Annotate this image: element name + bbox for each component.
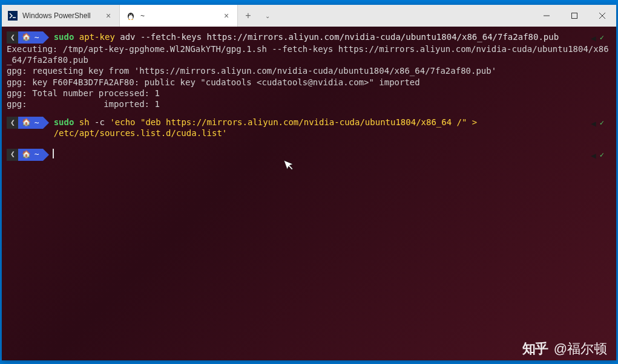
tab-title: ~ [140, 11, 217, 20]
output-line: gpg: Total number processed: 1 [7, 88, 611, 99]
check-icon: ✓ [600, 119, 604, 128]
tab-strip: Windows PowerShell × ~ × + ⌄ [2, 5, 533, 27]
tab-dropdown[interactable]: ⌄ [258, 5, 277, 27]
prompt-arrow: ❮ [7, 31, 19, 44]
prompt-badge: ❮ 🏠 ~ [7, 149, 49, 161]
close-button[interactable] [588, 5, 616, 27]
close-icon[interactable]: × [222, 11, 231, 21]
prompt-line: ❮ 🏠 ~ ◀ ✓ [7, 149, 611, 161]
svg-rect-6 [572, 13, 577, 19]
text-cursor [53, 149, 54, 158]
tab-linux[interactable]: ~ × [120, 5, 238, 27]
command-text: sudo apt-key adv --fetch-keys https://mi… [54, 31, 611, 42]
svg-point-4 [131, 14, 133, 15]
prompt-path: ~ [35, 33, 39, 43]
watermark: 知乎 @福尔顿 [522, 340, 607, 358]
watermark-author: @福尔顿 [554, 340, 607, 358]
arrow-left-icon: ◀ [591, 118, 596, 129]
new-tab-button[interactable]: + [238, 5, 258, 27]
output-line: Executing: /tmp/apt-key-gpghome.Wl2NGakY… [7, 44, 611, 65]
prompt-arrow: ❮ [7, 117, 19, 129]
output-line: gpg: imported: 1 [7, 99, 611, 109]
terminal-window: Windows PowerShell × ~ × + ⌄ [2, 5, 616, 360]
window-controls [533, 5, 616, 27]
home-icon: 🏠 [22, 150, 31, 160]
prompt-arrow-end [43, 31, 49, 44]
plus-icon: + [245, 10, 251, 21]
zhihu-logo: 知乎 [522, 340, 548, 358]
maximize-button[interactable] [560, 5, 588, 27]
prompt-line: ❮ 🏠 ~ sudo sh -c 'echo "deb https://mirr… [7, 117, 611, 138]
prompt-path: ~ [35, 149, 39, 160]
prompt-badge: ❮ 🏠 ~ [7, 31, 49, 44]
prompt-home: 🏠 ~ [18, 149, 43, 161]
close-icon[interactable]: × [104, 11, 113, 21]
home-icon: 🏠 [22, 118, 31, 128]
command-text: sudo sh -c 'echo "deb https://mirrors.al… [54, 117, 611, 138]
powershell-icon [8, 11, 18, 21]
prompt-home: 🏠 ~ [18, 31, 43, 44]
prompt-arrow-end [43, 149, 49, 161]
terminal-body[interactable]: ❮ 🏠 ~ sudo apt-key adv --fetch-keys http… [2, 27, 616, 360]
tab-powershell[interactable]: Windows PowerShell × [2, 5, 120, 27]
chevron-down-icon: ⌄ [265, 13, 270, 19]
titlebar: Windows PowerShell × ~ × + ⌄ [2, 5, 616, 27]
minimize-icon [544, 13, 550, 19]
check-icon: ✓ [600, 33, 604, 43]
prompt-home: 🏠 ~ [18, 117, 43, 129]
prompt-arrow-end [43, 117, 49, 129]
tab-title: Windows PowerShell [22, 11, 99, 20]
maximize-icon [571, 13, 577, 19]
check-icon: ✓ [600, 151, 604, 160]
output-line: gpg: key F60F4B3D7FA2AF80: public key "c… [7, 77, 611, 88]
home-icon: 🏠 [22, 33, 31, 42]
close-icon [599, 13, 605, 19]
prompt-path: ~ [35, 118, 39, 128]
status-indicator: ◀ ✓ [591, 118, 604, 129]
arrow-left-icon: ◀ [591, 33, 596, 44]
svg-point-3 [130, 14, 131, 15]
minimize-button[interactable] [533, 5, 560, 27]
output-line: gpg: requesting key from 'https://mirror… [7, 65, 611, 76]
prompt-badge: ❮ 🏠 ~ [7, 117, 49, 129]
arrow-left-icon: ◀ [591, 150, 596, 161]
status-indicator: ◀ ✓ [591, 33, 604, 44]
status-indicator: ◀ ✓ [591, 150, 604, 161]
prompt-arrow: ❮ [7, 149, 19, 161]
tux-icon [126, 11, 136, 21]
prompt-line: ❮ 🏠 ~ sudo apt-key adv --fetch-keys http… [7, 31, 611, 44]
